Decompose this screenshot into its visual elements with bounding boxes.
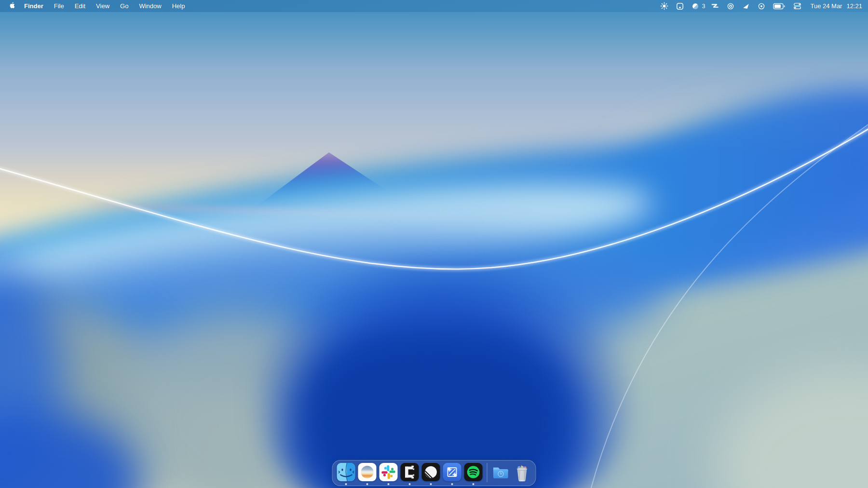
trash-full-icon bbox=[513, 463, 531, 481]
dock-separator bbox=[487, 463, 488, 482]
dock-app-finder[interactable] bbox=[337, 463, 355, 486]
dock-recents-folder[interactable] bbox=[492, 463, 510, 486]
zigzag-icon[interactable] bbox=[708, 0, 722, 12]
menu-item-file[interactable]: File bbox=[49, 0, 69, 12]
wallpaper-light-streak bbox=[0, 0, 868, 488]
ring-icon[interactable] bbox=[724, 0, 737, 12]
zed-editor-icon bbox=[443, 463, 461, 481]
control-center-icon[interactable] bbox=[790, 0, 804, 12]
striped-sphere-app-icon bbox=[422, 463, 440, 481]
status-badge-count: 3 bbox=[702, 3, 706, 10]
running-indicator bbox=[451, 483, 453, 485]
dock-app-slack[interactable] bbox=[380, 463, 398, 486]
sunrise-app-icon bbox=[358, 463, 377, 481]
dock-app-sunrise[interactable] bbox=[358, 463, 377, 486]
desktop-wallpaper bbox=[0, 0, 868, 488]
menubar-clock[interactable]: Tue 24 Mar 12:21 bbox=[806, 2, 862, 10]
menu-item-label: Window bbox=[139, 2, 161, 10]
dock bbox=[332, 460, 536, 486]
desktop[interactable]: Finder File Edit View Go Window Help bbox=[0, 0, 868, 488]
menu-bar: Finder File Edit View Go Window Help bbox=[0, 0, 868, 12]
record-icon[interactable] bbox=[755, 0, 768, 12]
brightness-icon[interactable] bbox=[657, 0, 671, 12]
frame-icon[interactable] bbox=[673, 0, 687, 12]
running-indicator bbox=[409, 483, 411, 485]
dock-app-spotify[interactable] bbox=[464, 463, 483, 486]
menu-item-view[interactable]: View bbox=[91, 0, 115, 12]
running-indicator bbox=[430, 483, 432, 485]
menu-item-label: Edit bbox=[75, 2, 85, 10]
menu-item-label: Finder bbox=[24, 2, 43, 10]
menu-item-help[interactable]: Help bbox=[167, 0, 190, 12]
dock-app-zed[interactable] bbox=[443, 463, 461, 486]
menu-item-edit[interactable]: Edit bbox=[69, 0, 91, 12]
dock-trash[interactable] bbox=[513, 463, 531, 486]
half-circle-icon[interactable] bbox=[689, 0, 702, 12]
menu-item-label: View bbox=[96, 2, 109, 10]
clock-time: 12:21 bbox=[846, 2, 862, 10]
menu-item-finder[interactable]: Finder bbox=[19, 0, 49, 12]
dock-app-striped-sphere[interactable] bbox=[422, 463, 440, 486]
apple-menu[interactable] bbox=[7, 0, 19, 12]
menu-item-window[interactable]: Window bbox=[134, 0, 166, 12]
running-indicator bbox=[388, 483, 390, 485]
battery-icon[interactable] bbox=[770, 0, 788, 12]
finder-icon bbox=[337, 463, 355, 481]
pixel-c-app-icon bbox=[401, 463, 419, 481]
running-indicator bbox=[473, 483, 475, 485]
menu-item-label: Go bbox=[120, 2, 128, 10]
clock-date: Tue 24 Mar bbox=[810, 2, 842, 10]
shard-icon[interactable] bbox=[739, 0, 753, 12]
apple-logo-icon bbox=[9, 1, 15, 11]
menu-item-label: Help bbox=[172, 2, 185, 10]
slack-icon bbox=[380, 463, 398, 481]
menu-item-label: File bbox=[54, 2, 64, 10]
running-indicator bbox=[366, 483, 368, 485]
recents-folder-icon bbox=[492, 463, 510, 481]
dock-app-pixel-c[interactable] bbox=[401, 463, 419, 486]
running-indicator bbox=[345, 483, 347, 485]
spotify-icon bbox=[464, 463, 483, 481]
menu-item-go[interactable]: Go bbox=[115, 0, 134, 12]
